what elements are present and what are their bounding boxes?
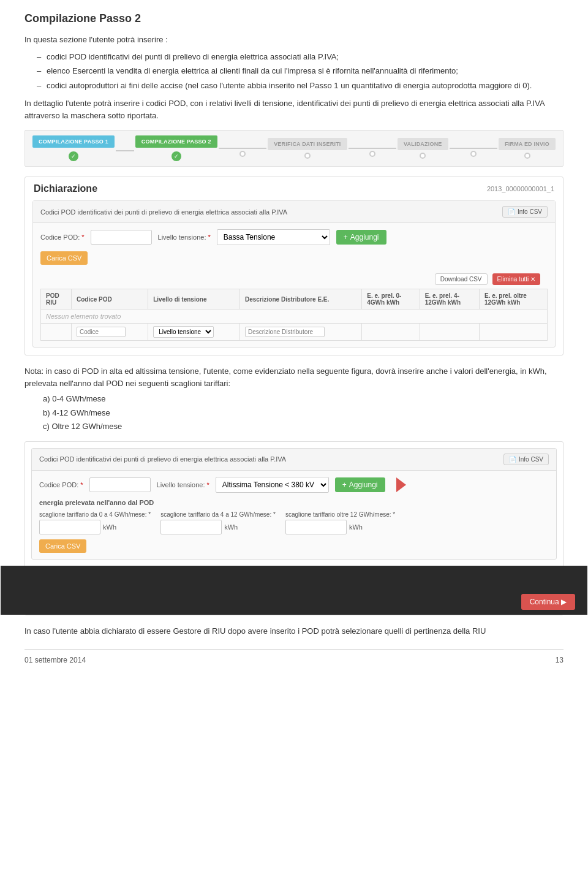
panel2-livello-select[interactable]: Altissima Tensione < 380 kV Bassa Tensio…	[216, 477, 329, 493]
progress-bar: Compilazione Passo 1 ✓ Compilazione Pass…	[24, 130, 564, 167]
pod-table-header-row: POD RIU Codice POD Livello di tensione D…	[41, 289, 548, 310]
continua-button[interactable]: Continua ▶	[521, 594, 575, 610]
footer: 01 settembre 2014 13	[24, 649, 564, 664]
progress-step-3: Verifica Dati Inseriti	[268, 138, 347, 159]
th-descrizione: Descrizione Distributore E.E.	[240, 289, 362, 310]
info-csv-label: Info CSV	[518, 208, 542, 215]
bottom-text-section: In caso l'utente abbia dichiarato di ess…	[24, 625, 564, 637]
progress-step-1: Compilazione Passo 1 ✓	[32, 135, 115, 161]
field3-input-row: kWh	[285, 520, 395, 534]
panel2-pod-input[interactable]	[89, 477, 151, 492]
panel2-header: Codici POD identificativi dei punti di p…	[32, 449, 556, 471]
progress-step-4: Validazione	[398, 138, 448, 159]
th-prel-0-4: E. e. prel. 0- 4GWh kWh	[362, 289, 420, 310]
carica-csv-button[interactable]: Carica CSV	[40, 251, 88, 265]
step-check-2: ✓	[172, 151, 181, 161]
add-codice-input[interactable]	[77, 327, 126, 337]
field2-input-row: kWh	[160, 520, 276, 534]
panel2-carica-row: Carica CSV	[39, 539, 549, 553]
add-livello-select[interactable]: Livello tensione	[153, 326, 214, 338]
add-prel-0-4	[362, 324, 420, 341]
declaration-id: 2013_00000000001_1	[487, 185, 554, 192]
bullet-list: codici POD identificativi dei punti di p…	[37, 51, 564, 92]
intro-section: In questa sezione l'utente potrà inserir…	[24, 34, 564, 121]
download-csv-button[interactable]: Download CSV	[435, 273, 488, 285]
elimina-tutti-button[interactable]: Elimina tutti ✕	[492, 273, 540, 285]
bottom-text: In caso l'utente abbia dichiarato di ess…	[24, 625, 564, 637]
panel2-carica-label: Carica CSV	[45, 542, 80, 550]
livello-tensione-select[interactable]: Bassa Tensione Media Tensione Alta Tensi…	[217, 229, 330, 245]
panel2-form-row: Codice POD: * Livello tensione: * Altiss…	[39, 477, 549, 493]
declaration-title: Dichiarazione	[34, 183, 97, 194]
codice-pod-label: Codice POD: *	[40, 234, 85, 241]
bullet-item-3: codici autoproduttori ai fini delle acci…	[37, 80, 564, 92]
empty-row-text: Nessun elemento trovato	[41, 310, 548, 324]
arrow-indicator	[396, 477, 406, 492]
info-csv-button[interactable]: 📄 Info CSV	[502, 206, 548, 218]
step-connector-4	[450, 140, 497, 157]
panel2-info-csv-button[interactable]: 📄 Info CSV	[503, 454, 549, 465]
panel2-title: Codici POD identificativi dei punti di p…	[39, 455, 286, 463]
field2-input[interactable]	[160, 520, 222, 534]
page-title: Compilazione Passo 2	[24, 12, 564, 25]
th-prel-oltre-12: E. e. prel. oltre 12GWh kWh	[479, 289, 547, 310]
pod-table: POD RIU Codice POD Livello di tensione D…	[40, 289, 548, 341]
bullet-item-1: codici POD identificativi dei punti di p…	[37, 51, 564, 63]
info-csv-icon: 📄	[508, 208, 515, 215]
declaration-header: Dichiarazione 2013_00000000001_1	[25, 177, 563, 200]
panel2-info-csv-icon: 📄	[509, 456, 516, 463]
field1-input[interactable]	[39, 520, 100, 534]
panel2-aggiungi-icon: +	[342, 481, 347, 489]
field2-unit: kWh	[224, 523, 238, 531]
table-add-row: Livello tensione	[41, 324, 548, 341]
bullet-item-2-text: elenco Esercenti la vendita di energia e…	[47, 66, 458, 75]
panel2-livello-label: Livello tensione: *	[157, 481, 209, 488]
field1-input-row: kWh	[39, 520, 151, 534]
dark-overlay: Continua ▶	[1, 566, 587, 615]
codici-pod-title: Codici POD identificativi dei punti di p…	[40, 208, 287, 216]
aggiungi-button[interactable]: + Aggiungi	[336, 230, 386, 245]
add-prel-12	[479, 324, 547, 341]
codici-pod-panel-body: Codice POD: * Livello tensione: * Bassa …	[33, 223, 555, 347]
th-prel-4-12: E. e. prel. 4- 12GWh kWh	[420, 289, 479, 310]
step-check-1: ✓	[69, 151, 78, 161]
intro-para: In questa sezione l'utente potrà inserir…	[24, 34, 564, 46]
step-label-1: Compilazione Passo 1	[32, 135, 115, 148]
nota-item-a: a) 0-4 GWh/mese	[43, 393, 564, 405]
add-livello: Livello tensione	[148, 324, 240, 341]
declaration-card: Dichiarazione 2013_00000000001_1 Codici …	[24, 177, 564, 355]
panel2-body: Codice POD: * Livello tensione: * Altiss…	[32, 471, 556, 559]
bullet-item-2: elenco Esercenti la vendita di energia e…	[37, 65, 564, 77]
carica-csv-label: Carica CSV	[47, 254, 81, 262]
nota-item-b: b) 4-12 GWh/mese	[43, 407, 564, 419]
step-label-4: Validazione	[398, 138, 448, 150]
th-pod-riu: POD RIU	[41, 289, 72, 310]
energia-field-2: scaglione tariffario da 4 a 12 GWh/mese:…	[160, 511, 276, 534]
th-livello-tensione: Livello di tensione	[148, 289, 240, 310]
pod-table-head: POD RIU Codice POD Livello di tensione D…	[41, 289, 548, 310]
energia-field-1: scaglione tariffario da 0 a 4 GWh/mese: …	[39, 511, 151, 534]
field3-input[interactable]	[285, 520, 347, 534]
add-descrizione-input[interactable]	[245, 327, 325, 337]
progress-step-2: Compilazione Passo 2 ✓	[135, 135, 217, 161]
table-empty-row: Nessun elemento trovato	[41, 310, 548, 324]
panel2-card: Codici POD identificativi dei punti di p…	[24, 441, 564, 615]
th-codice-pod: Codice POD	[71, 289, 148, 310]
energia-field-3: scaglione tariffario oltre 12 GWh/mese: …	[285, 511, 395, 534]
panel2-carica-button[interactable]: Carica CSV	[39, 539, 86, 553]
nota-item-c: c) Oltre 12 GWh/mese	[43, 420, 564, 433]
required-marker: *	[81, 234, 84, 241]
energia-fields: scaglione tariffario da 0 a 4 GWh/mese: …	[39, 511, 549, 534]
step-connector-1	[116, 150, 134, 151]
panel2-inner: Codici POD identificativi dei punti di p…	[31, 448, 557, 560]
form-row-pod: Codice POD: * Livello tensione: * Bassa …	[40, 229, 548, 245]
panel2-aggiungi-button[interactable]: + Aggiungi	[335, 477, 385, 492]
nota-section: Nota: in caso di POD in alta ed altissim…	[24, 365, 564, 433]
step-label-2: Compilazione Passo 2	[135, 135, 217, 148]
codici-pod-panel: Codici POD identificativi dei punti di p…	[32, 200, 556, 348]
progress-step-5: Firma Ed Invio	[499, 138, 556, 159]
footer-date: 01 settembre 2014	[24, 656, 86, 664]
codice-pod-input[interactable]	[91, 230, 152, 245]
step-connector-2	[219, 140, 266, 157]
step-label-5: Firma Ed Invio	[499, 138, 556, 150]
